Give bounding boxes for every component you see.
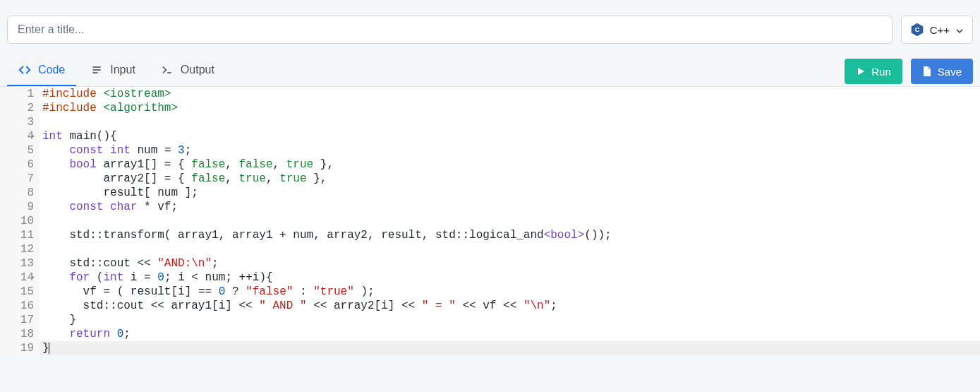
play-icon	[856, 66, 866, 76]
save-button-label: Save	[938, 66, 962, 78]
line-number: 12	[3, 242, 34, 256]
code-line[interactable]	[40, 115, 980, 129]
fold-marker-icon[interactable]: ▸	[31, 271, 35, 285]
svg-text:C: C	[914, 26, 919, 33]
line-number: 16	[3, 299, 34, 313]
line-number: 9	[3, 200, 34, 214]
cpp-hex-icon: C	[910, 23, 924, 37]
line-number: 14▸	[3, 271, 34, 285]
input-lines-icon	[90, 64, 103, 76]
code-line[interactable]: array2[] = { false, true, true },	[40, 172, 980, 186]
line-number: 18	[3, 327, 34, 341]
line-number: 15	[3, 285, 34, 299]
save-button[interactable]: Save	[911, 59, 973, 84]
code-editor[interactable]: 1234▸567891011121314▸1516171819 #include…	[0, 86, 980, 355]
code-line[interactable]: std::cout << "AND:\n";	[40, 256, 980, 271]
line-number: 7	[3, 172, 34, 186]
line-number: 5	[3, 143, 34, 158]
top-bar: C C++	[0, 0, 980, 51]
code-line[interactable]: return 0;	[40, 327, 980, 341]
code-line[interactable]: const int num = 3;	[40, 143, 980, 158]
line-number: 2	[3, 101, 34, 115]
tab-output[interactable]: Output	[150, 57, 226, 86]
text-cursor	[49, 343, 49, 354]
code-icon	[18, 64, 31, 76]
tab-input-label: Input	[110, 64, 135, 76]
code-line[interactable]: std::cout << array1[i] << " AND " << arr…	[40, 299, 980, 313]
run-button-label: Run	[871, 66, 891, 78]
line-number: 10	[3, 214, 34, 228]
code-line[interactable]: #include <algorithm>	[40, 101, 980, 115]
code-line[interactable]: vf = ( result[i] == 0 ? "false" : "true"…	[40, 285, 980, 299]
code-line[interactable]: const char * vf;	[40, 200, 980, 214]
code-line[interactable]: std::transform( array1, array1 + num, ar…	[40, 228, 980, 242]
tab-bar: Code Input Output Run Save	[0, 57, 980, 86]
code-line[interactable]: bool array1[] = { false, false, true },	[40, 158, 980, 172]
line-number: 1	[3, 87, 34, 101]
line-number: 6	[3, 158, 34, 172]
tab-code[interactable]: Code	[7, 57, 76, 86]
code-line[interactable]: }	[40, 341, 980, 355]
code-line[interactable]	[40, 214, 980, 228]
run-button[interactable]: Run	[845, 59, 902, 84]
code-line[interactable]: int main(){	[40, 129, 980, 143]
tab-code-label: Code	[38, 64, 65, 76]
code-line[interactable]: result[ num ];	[40, 186, 980, 200]
line-number: 4▸	[3, 129, 34, 143]
code-line[interactable]: #include <iostream>	[40, 87, 980, 101]
line-number: 17	[3, 313, 34, 327]
title-input[interactable]	[7, 16, 893, 44]
line-number: 3	[3, 115, 34, 129]
code-line[interactable]: }	[40, 313, 980, 327]
line-number-gutter: 1234▸567891011121314▸1516171819	[0, 87, 40, 355]
line-number: 13	[3, 256, 34, 271]
code-content[interactable]: #include <iostream>#include <algorithm>i…	[40, 87, 980, 355]
chevron-down-icon	[955, 25, 964, 34]
file-icon	[922, 66, 932, 76]
tab-input[interactable]: Input	[79, 57, 147, 86]
fold-marker-icon[interactable]: ▸	[31, 129, 35, 143]
language-label: C++	[930, 24, 950, 36]
line-number: 11	[3, 228, 34, 242]
code-line[interactable]	[40, 242, 980, 256]
line-number: 8	[3, 186, 34, 200]
line-number: 19	[3, 341, 34, 355]
terminal-prompt-icon	[161, 64, 174, 76]
code-line[interactable]: for (int i = 0; i < num; ++i){	[40, 271, 980, 285]
tab-output-label: Output	[181, 64, 214, 76]
language-selector[interactable]: C C++	[901, 16, 973, 44]
